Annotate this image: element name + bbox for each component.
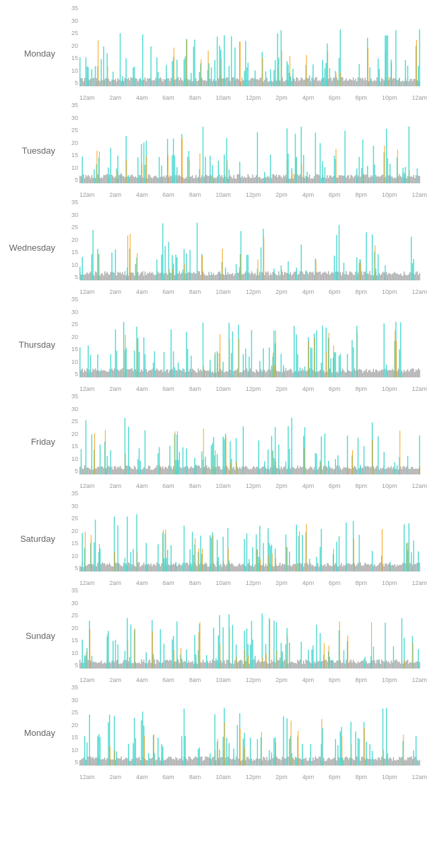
y-tick: 35 bbox=[71, 5, 78, 11]
x-tick: 4am bbox=[136, 677, 148, 683]
x-tick: 2am bbox=[109, 191, 121, 198]
y-tick: 15 bbox=[71, 443, 78, 450]
x-tick: 12am bbox=[79, 774, 95, 780]
x-tick: 4am bbox=[136, 483, 148, 489]
x-tick: 10pm bbox=[382, 677, 397, 683]
canvas-thu bbox=[79, 297, 420, 377]
chart-area-fri: 353025201510512am2am4am6am8am10am12pm2pm… bbox=[61, 394, 427, 489]
y-tick: 25 bbox=[71, 418, 78, 425]
x-tick: 2am bbox=[109, 580, 121, 586]
y-tick: 35 bbox=[71, 297, 78, 303]
x-tick: 2pm bbox=[275, 385, 288, 392]
x-tick: 12pm bbox=[246, 385, 261, 392]
x-axis-mon2: 12am2am4am6am8am10am12pm2pm4pm6pm8pm10pm… bbox=[79, 772, 427, 780]
x-tick: 10pm bbox=[382, 580, 397, 586]
x-tick: 12pm bbox=[246, 288, 261, 295]
canvas-mon1 bbox=[79, 5, 420, 86]
x-tick: 8am bbox=[189, 385, 201, 392]
y-tick: 10 bbox=[71, 68, 78, 74]
bars-tue bbox=[79, 102, 427, 190]
y-tick: 35 bbox=[71, 394, 78, 400]
y-tick: 15 bbox=[71, 55, 78, 61]
y-tick: 30 bbox=[71, 309, 78, 315]
y-tick: 10 bbox=[71, 747, 78, 753]
y-axis-sun: 3530252015105 bbox=[61, 588, 79, 675]
x-tick: 2pm bbox=[275, 580, 288, 586]
x-tick: 6am bbox=[162, 483, 174, 489]
bars-thu bbox=[79, 297, 427, 384]
y-tick: 20 bbox=[71, 528, 78, 534]
x-tick: 10am bbox=[216, 385, 231, 392]
x-tick: 8am bbox=[189, 580, 201, 586]
x-tick: 12pm bbox=[246, 191, 261, 198]
day-label-tue: Tuesday bbox=[0, 102, 61, 198]
x-tick: 12am bbox=[412, 191, 427, 198]
x-tick: 2am bbox=[109, 385, 121, 392]
x-tick: 2pm bbox=[275, 191, 288, 198]
x-tick: 8am bbox=[189, 94, 201, 101]
y-tick: 30 bbox=[71, 212, 78, 218]
x-tick: 6am bbox=[162, 288, 174, 295]
y-tick: 25 bbox=[71, 224, 78, 230]
y-tick: 15 bbox=[71, 735, 78, 741]
chart-row-mon1: Monday353025201510512am2am4am6am8am10am1… bbox=[0, 5, 427, 101]
canvas-mon2 bbox=[79, 685, 420, 766]
y-tick: 20 bbox=[71, 625, 78, 631]
y-tick: 35 bbox=[71, 588, 78, 594]
x-tick: 2am bbox=[109, 483, 121, 489]
y-tick: 20 bbox=[71, 140, 78, 146]
canvas-wed bbox=[79, 199, 420, 280]
x-tick: 4pm bbox=[302, 385, 315, 392]
bars-mon2 bbox=[79, 685, 427, 772]
x-tick: 10pm bbox=[382, 774, 397, 780]
x-tick: 4am bbox=[136, 288, 148, 295]
x-tick: 12am bbox=[79, 483, 95, 489]
x-tick: 10am bbox=[216, 483, 231, 489]
x-tick: 6am bbox=[162, 191, 174, 198]
x-tick: 10pm bbox=[382, 385, 397, 392]
x-tick: 12am bbox=[79, 385, 95, 392]
x-tick: 6pm bbox=[329, 288, 341, 295]
y-tick: 10 bbox=[71, 650, 78, 656]
x-tick: 6am bbox=[162, 385, 174, 392]
x-axis-fri: 12am2am4am6am8am10am12pm2pm4pm6pm8pm10pm… bbox=[79, 481, 427, 489]
x-tick: 4am bbox=[136, 774, 148, 780]
x-tick: 8pm bbox=[356, 385, 368, 392]
y-tick: 25 bbox=[71, 516, 78, 522]
chart-area-thu: 353025201510512am2am4am6am8am10am12pm2pm… bbox=[61, 297, 427, 392]
x-tick: 8am bbox=[189, 288, 201, 295]
y-tick: 20 bbox=[71, 43, 78, 49]
weekly-chart: Monday353025201510512am2am4am6am8am10am1… bbox=[0, 0, 427, 787]
day-label-mon2: Monday bbox=[0, 685, 61, 780]
x-tick: 12am bbox=[79, 94, 95, 101]
y-tick: 10 bbox=[71, 262, 78, 268]
x-tick: 6am bbox=[162, 774, 174, 780]
canvas-tue bbox=[79, 102, 420, 183]
y-axis-thu: 3530252015105 bbox=[61, 297, 79, 384]
y-tick: 25 bbox=[71, 710, 78, 716]
x-tick: 2pm bbox=[275, 288, 288, 295]
y-tick: 15 bbox=[71, 638, 78, 644]
x-tick: 4am bbox=[136, 580, 148, 586]
y-tick: 5 bbox=[75, 274, 78, 280]
canvas-fri bbox=[79, 394, 420, 474]
x-tick: 4pm bbox=[302, 774, 315, 780]
x-tick: 8pm bbox=[356, 191, 368, 198]
x-axis-sun: 12am2am4am6am8am10am12pm2pm4pm6pm8pm10pm… bbox=[79, 675, 427, 683]
x-tick: 6am bbox=[162, 677, 174, 683]
x-tick: 12pm bbox=[246, 774, 261, 780]
bars-sat bbox=[79, 491, 427, 578]
y-tick: 25 bbox=[71, 613, 78, 619]
x-tick: 10am bbox=[216, 580, 231, 586]
x-tick: 12am bbox=[412, 580, 427, 586]
day-label-thu: Thursday bbox=[0, 297, 61, 392]
y-tick: 15 bbox=[71, 152, 78, 158]
x-tick: 6pm bbox=[329, 774, 341, 780]
y-axis-mon2: 3530252015105 bbox=[61, 685, 79, 772]
x-tick: 12am bbox=[79, 288, 95, 295]
x-tick: 6pm bbox=[329, 677, 341, 683]
y-tick: 10 bbox=[71, 165, 78, 171]
x-tick: 2am bbox=[109, 288, 121, 295]
chart-area-mon2: 353025201510512am2am4am6am8am10am12pm2pm… bbox=[61, 685, 427, 780]
x-tick: 2am bbox=[109, 774, 121, 780]
